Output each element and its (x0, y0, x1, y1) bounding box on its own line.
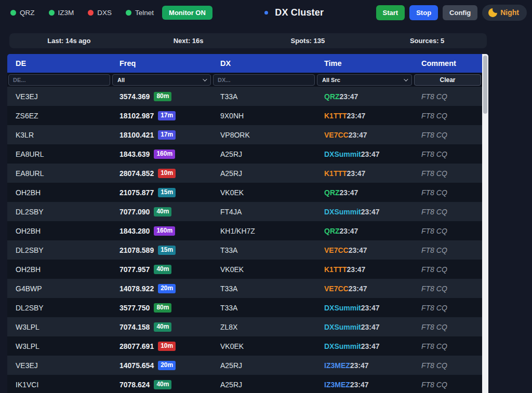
band-badge: 15m (158, 188, 176, 197)
table-row[interactable]: W3LPL 28077.691 10m VK0EK DXSummit 23:47… (7, 336, 488, 356)
de-cell: K3LR (7, 131, 111, 139)
source-filter-value: All Src (322, 77, 340, 83)
time-cell: DXSummit 23:47 (316, 323, 413, 331)
comment-cell: FT8 CQ (413, 361, 488, 370)
time-cell: DXSummit 23:47 (316, 304, 413, 312)
table-row[interactable]: VE3EJ 3574.369 80m T33A QRZ 23:47 FT8 CQ (7, 87, 488, 106)
comment-cell: FT8 CQ (413, 265, 488, 274)
table-row[interactable]: DL2SBY 3577.750 80m T33A DXSummit 23:47 … (7, 298, 488, 317)
table-row[interactable]: DL2SBY 7077.090 40m FT4JA DXSummit 23:47… (7, 202, 488, 221)
de-filter-input[interactable] (8, 74, 110, 86)
time-value: 23:47 (361, 304, 380, 312)
table-row[interactable]: DL2SBY 21078.589 15m T33A VE7CC 23:47 FT… (7, 240, 488, 260)
de-cell: OH2BH (7, 188, 111, 197)
comment-cell: FT8 CQ (413, 304, 488, 312)
time-value: 23:47 (350, 381, 369, 389)
table-row[interactable]: OH2BH 1843.280 160m KH1/KH7Z QRZ 23:47 F… (7, 221, 488, 240)
top-bar: QRZ IZ3M DXS Telnet Monitor ON DX Cluste… (0, 0, 532, 25)
status-item-iz3m: IZ3M (49, 9, 74, 17)
scrollbar-thumb[interactable] (483, 56, 487, 114)
table-row[interactable]: W3LPL 7074.158 40m ZL8X DXSummit 23:47 F… (7, 317, 488, 336)
source-label: K1TTT (324, 265, 347, 274)
table-row[interactable]: EA8URL 1843.639 160m A25RJ DXSummit 23:4… (7, 144, 488, 164)
band-badge: 17m (158, 111, 176, 120)
time-value: 23:47 (347, 265, 366, 274)
stats-bar: Last: 14s ago Next: 16s Spots: 135 Sourc… (9, 33, 487, 48)
source-label: DXSummit (324, 208, 361, 216)
comment-cell: FT8 CQ (413, 227, 488, 235)
dx-cell: A25RJ (212, 150, 316, 158)
freq-value: 3574.369 (119, 92, 150, 101)
source-label: K1TTT (324, 112, 347, 120)
table-row[interactable]: VE3EJ 14075.654 20m A25RJ IZ3MEZ 23:47 F… (7, 356, 488, 375)
table-scrollbar[interactable] (482, 54, 488, 393)
de-cell: OH2BH (7, 265, 111, 274)
night-mode-label: Night (500, 8, 519, 17)
source-label: IZ3MEZ (324, 361, 350, 370)
status-label: IZ3M (58, 9, 74, 17)
time-cell: K1TTT 23:47 (316, 112, 413, 120)
source-filter-select[interactable]: All Src (317, 74, 412, 86)
de-cell: VE3EJ (7, 361, 111, 370)
table-row[interactable]: IK1VCI 7078.624 40m A25RJ IZ3MEZ 23:47 F… (7, 375, 488, 393)
comment-cell: FT8 CQ (413, 323, 488, 331)
table-row[interactable]: ZS6EZ 18102.987 17m 9X0NH K1TTT 23:47 FT… (7, 106, 488, 125)
config-button[interactable]: Config (443, 5, 477, 20)
de-cell: ZS6EZ (7, 112, 111, 120)
column-header-de: DE (7, 59, 111, 67)
stat-last-update: Last: 14s ago (9, 37, 129, 45)
table-row[interactable]: K3LR 18100.421 17m VP8ORK VE7CC 23:47 FT… (7, 125, 488, 144)
time-cell: VE7CC 23:47 (316, 284, 413, 293)
dx-cell: T33A (212, 92, 316, 101)
source-label: QRZ (324, 227, 340, 235)
status-item-qrz: QRZ (10, 9, 35, 17)
de-cell: VE3EJ (7, 92, 111, 101)
activity-dot-icon (264, 11, 268, 15)
filter-row: All All Src Clear (7, 73, 488, 87)
time-value: 23:47 (349, 284, 367, 293)
monitor-toggle-button[interactable]: Monitor ON (162, 6, 212, 20)
comment-cell: FT8 CQ (413, 342, 488, 350)
freq-cell: 21078.589 15m (111, 246, 212, 255)
start-button[interactable]: Start (376, 5, 405, 20)
freq-cell: 28074.852 10m (111, 169, 212, 178)
freq-value: 18102.987 (119, 112, 154, 120)
band-filter-select[interactable]: All (112, 74, 211, 86)
table-row[interactable]: OH2BH 7077.957 40m VK0EK K1TTT 23:47 FT8… (7, 260, 488, 279)
clear-filters-button[interactable]: Clear (414, 74, 481, 86)
freq-cell: 28077.691 10m (111, 342, 212, 351)
dx-cell: ZL8X (212, 323, 316, 331)
action-button-group: Start Stop Config Night (376, 5, 527, 21)
freq-value: 7078.624 (119, 381, 150, 389)
table-row[interactable]: OH2BH 21075.877 15m VK0EK QRZ 23:47 FT8 … (7, 183, 488, 202)
time-value: 23:47 (349, 131, 367, 139)
time-value: 23:47 (361, 323, 380, 331)
time-value: 23:47 (361, 150, 380, 158)
page-title: DX Cluster (275, 7, 324, 18)
night-mode-toggle[interactable]: Night (482, 5, 527, 21)
stat-source-count: Sources: 5 (367, 37, 487, 45)
stat-next-update: Next: 16s (129, 37, 248, 45)
source-label: QRZ (324, 188, 340, 197)
freq-cell: 7077.090 40m (111, 207, 212, 216)
column-header-comment: Comment (413, 59, 488, 67)
freq-value: 1843.280 (119, 227, 150, 235)
band-badge: 20m (158, 361, 176, 370)
time-value: 23:47 (340, 188, 358, 197)
band-badge: 20m (158, 284, 176, 293)
stop-button[interactable]: Stop (409, 5, 438, 20)
status-dot-icon (126, 10, 131, 16)
spots-table: DE Freq DX Time Comment All All Src Clea… (7, 54, 488, 393)
band-badge: 15m (158, 246, 176, 255)
source-label: VE7CC (324, 246, 349, 254)
column-header-time: Time (316, 59, 413, 67)
freq-value: 28077.691 (119, 342, 154, 350)
title-group: DX Cluster (264, 7, 324, 18)
table-row[interactable]: G4BWP 14078.922 20m T33A VE7CC 23:47 FT8… (7, 279, 488, 298)
status-item-dxs: DXS (88, 9, 112, 17)
table-row[interactable]: EA8URL 28074.852 10m A25RJ K1TTT 23:47 F… (7, 164, 488, 183)
dx-filter-input[interactable] (213, 74, 315, 86)
source-label: DXSummit (324, 323, 361, 331)
dx-cell: A25RJ (212, 381, 316, 389)
status-label: DXS (97, 9, 112, 17)
